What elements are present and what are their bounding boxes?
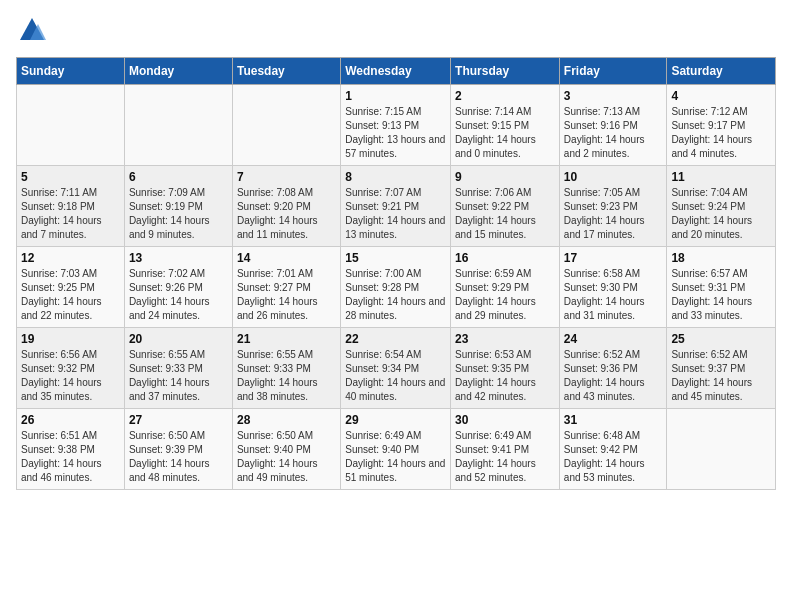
day-info: Sunrise: 7:12 AMSunset: 9:17 PMDaylight:… bbox=[671, 105, 771, 161]
day-number: 26 bbox=[21, 413, 120, 427]
day-number: 6 bbox=[129, 170, 228, 184]
logo-text bbox=[16, 16, 46, 49]
day-info: Sunrise: 7:14 AMSunset: 9:15 PMDaylight:… bbox=[455, 105, 555, 161]
day-number: 20 bbox=[129, 332, 228, 346]
day-info: Sunrise: 6:54 AMSunset: 9:34 PMDaylight:… bbox=[345, 348, 446, 404]
day-number: 17 bbox=[564, 251, 663, 265]
calendar-cell bbox=[17, 85, 125, 166]
calendar-cell: 7Sunrise: 7:08 AMSunset: 9:20 PMDaylight… bbox=[232, 166, 340, 247]
day-number: 24 bbox=[564, 332, 663, 346]
calendar-cell: 6Sunrise: 7:09 AMSunset: 9:19 PMDaylight… bbox=[124, 166, 232, 247]
calendar-cell: 12Sunrise: 7:03 AMSunset: 9:25 PMDayligh… bbox=[17, 247, 125, 328]
calendar-cell: 21Sunrise: 6:55 AMSunset: 9:33 PMDayligh… bbox=[232, 328, 340, 409]
day-number: 27 bbox=[129, 413, 228, 427]
weekday-header-monday: Monday bbox=[124, 58, 232, 85]
calendar-cell bbox=[667, 409, 776, 490]
day-info: Sunrise: 7:06 AMSunset: 9:22 PMDaylight:… bbox=[455, 186, 555, 242]
calendar-week-row: 1Sunrise: 7:15 AMSunset: 9:13 PMDaylight… bbox=[17, 85, 776, 166]
calendar-cell: 2Sunrise: 7:14 AMSunset: 9:15 PMDaylight… bbox=[451, 85, 560, 166]
day-info: Sunrise: 7:08 AMSunset: 9:20 PMDaylight:… bbox=[237, 186, 336, 242]
day-info: Sunrise: 7:02 AMSunset: 9:26 PMDaylight:… bbox=[129, 267, 228, 323]
calendar-cell: 30Sunrise: 6:49 AMSunset: 9:41 PMDayligh… bbox=[451, 409, 560, 490]
day-number: 11 bbox=[671, 170, 771, 184]
calendar-cell: 8Sunrise: 7:07 AMSunset: 9:21 PMDaylight… bbox=[341, 166, 451, 247]
calendar-cell: 27Sunrise: 6:50 AMSunset: 9:39 PMDayligh… bbox=[124, 409, 232, 490]
calendar-cell: 10Sunrise: 7:05 AMSunset: 9:23 PMDayligh… bbox=[559, 166, 667, 247]
day-number: 13 bbox=[129, 251, 228, 265]
day-number: 21 bbox=[237, 332, 336, 346]
calendar-cell: 20Sunrise: 6:55 AMSunset: 9:33 PMDayligh… bbox=[124, 328, 232, 409]
weekday-header-sunday: Sunday bbox=[17, 58, 125, 85]
day-number: 25 bbox=[671, 332, 771, 346]
calendar-cell bbox=[232, 85, 340, 166]
calendar-cell: 22Sunrise: 6:54 AMSunset: 9:34 PMDayligh… bbox=[341, 328, 451, 409]
day-info: Sunrise: 6:55 AMSunset: 9:33 PMDaylight:… bbox=[129, 348, 228, 404]
day-number: 29 bbox=[345, 413, 446, 427]
day-info: Sunrise: 6:50 AMSunset: 9:40 PMDaylight:… bbox=[237, 429, 336, 485]
day-info: Sunrise: 7:03 AMSunset: 9:25 PMDaylight:… bbox=[21, 267, 120, 323]
day-number: 10 bbox=[564, 170, 663, 184]
calendar-cell: 5Sunrise: 7:11 AMSunset: 9:18 PMDaylight… bbox=[17, 166, 125, 247]
day-info: Sunrise: 6:52 AMSunset: 9:37 PMDaylight:… bbox=[671, 348, 771, 404]
day-info: Sunrise: 7:01 AMSunset: 9:27 PMDaylight:… bbox=[237, 267, 336, 323]
day-info: Sunrise: 6:49 AMSunset: 9:40 PMDaylight:… bbox=[345, 429, 446, 485]
day-info: Sunrise: 7:04 AMSunset: 9:24 PMDaylight:… bbox=[671, 186, 771, 242]
calendar-cell: 25Sunrise: 6:52 AMSunset: 9:37 PMDayligh… bbox=[667, 328, 776, 409]
calendar-cell: 28Sunrise: 6:50 AMSunset: 9:40 PMDayligh… bbox=[232, 409, 340, 490]
calendar-cell: 3Sunrise: 7:13 AMSunset: 9:16 PMDaylight… bbox=[559, 85, 667, 166]
calendar-cell: 4Sunrise: 7:12 AMSunset: 9:17 PMDaylight… bbox=[667, 85, 776, 166]
calendar-week-row: 5Sunrise: 7:11 AMSunset: 9:18 PMDaylight… bbox=[17, 166, 776, 247]
day-number: 5 bbox=[21, 170, 120, 184]
logo bbox=[16, 16, 46, 49]
calendar-cell: 24Sunrise: 6:52 AMSunset: 9:36 PMDayligh… bbox=[559, 328, 667, 409]
day-info: Sunrise: 7:11 AMSunset: 9:18 PMDaylight:… bbox=[21, 186, 120, 242]
day-info: Sunrise: 6:56 AMSunset: 9:32 PMDaylight:… bbox=[21, 348, 120, 404]
weekday-header-saturday: Saturday bbox=[667, 58, 776, 85]
calendar-table: SundayMondayTuesdayWednesdayThursdayFrid… bbox=[16, 57, 776, 490]
day-info: Sunrise: 6:59 AMSunset: 9:29 PMDaylight:… bbox=[455, 267, 555, 323]
calendar-cell: 9Sunrise: 7:06 AMSunset: 9:22 PMDaylight… bbox=[451, 166, 560, 247]
day-info: Sunrise: 6:52 AMSunset: 9:36 PMDaylight:… bbox=[564, 348, 663, 404]
calendar-cell bbox=[124, 85, 232, 166]
calendar-cell: 23Sunrise: 6:53 AMSunset: 9:35 PMDayligh… bbox=[451, 328, 560, 409]
day-number: 7 bbox=[237, 170, 336, 184]
calendar-cell: 11Sunrise: 7:04 AMSunset: 9:24 PMDayligh… bbox=[667, 166, 776, 247]
day-info: Sunrise: 6:50 AMSunset: 9:39 PMDaylight:… bbox=[129, 429, 228, 485]
day-number: 31 bbox=[564, 413, 663, 427]
day-info: Sunrise: 7:00 AMSunset: 9:28 PMDaylight:… bbox=[345, 267, 446, 323]
weekday-header-thursday: Thursday bbox=[451, 58, 560, 85]
calendar-cell: 16Sunrise: 6:59 AMSunset: 9:29 PMDayligh… bbox=[451, 247, 560, 328]
calendar-cell: 29Sunrise: 6:49 AMSunset: 9:40 PMDayligh… bbox=[341, 409, 451, 490]
day-number: 18 bbox=[671, 251, 771, 265]
day-info: Sunrise: 6:58 AMSunset: 9:30 PMDaylight:… bbox=[564, 267, 663, 323]
day-info: Sunrise: 7:05 AMSunset: 9:23 PMDaylight:… bbox=[564, 186, 663, 242]
day-number: 12 bbox=[21, 251, 120, 265]
day-info: Sunrise: 7:07 AMSunset: 9:21 PMDaylight:… bbox=[345, 186, 446, 242]
day-number: 28 bbox=[237, 413, 336, 427]
day-info: Sunrise: 6:51 AMSunset: 9:38 PMDaylight:… bbox=[21, 429, 120, 485]
day-number: 9 bbox=[455, 170, 555, 184]
day-number: 30 bbox=[455, 413, 555, 427]
day-info: Sunrise: 6:49 AMSunset: 9:41 PMDaylight:… bbox=[455, 429, 555, 485]
day-info: Sunrise: 7:13 AMSunset: 9:16 PMDaylight:… bbox=[564, 105, 663, 161]
calendar-week-row: 12Sunrise: 7:03 AMSunset: 9:25 PMDayligh… bbox=[17, 247, 776, 328]
day-info: Sunrise: 6:48 AMSunset: 9:42 PMDaylight:… bbox=[564, 429, 663, 485]
day-number: 16 bbox=[455, 251, 555, 265]
day-number: 19 bbox=[21, 332, 120, 346]
weekday-header-friday: Friday bbox=[559, 58, 667, 85]
day-number: 8 bbox=[345, 170, 446, 184]
header bbox=[16, 16, 776, 49]
calendar-cell: 13Sunrise: 7:02 AMSunset: 9:26 PMDayligh… bbox=[124, 247, 232, 328]
day-number: 3 bbox=[564, 89, 663, 103]
weekday-header-wednesday: Wednesday bbox=[341, 58, 451, 85]
day-number: 2 bbox=[455, 89, 555, 103]
day-info: Sunrise: 7:09 AMSunset: 9:19 PMDaylight:… bbox=[129, 186, 228, 242]
calendar-cell: 26Sunrise: 6:51 AMSunset: 9:38 PMDayligh… bbox=[17, 409, 125, 490]
logo-icon bbox=[18, 16, 46, 44]
weekday-header-tuesday: Tuesday bbox=[232, 58, 340, 85]
day-number: 22 bbox=[345, 332, 446, 346]
day-info: Sunrise: 6:53 AMSunset: 9:35 PMDaylight:… bbox=[455, 348, 555, 404]
day-number: 14 bbox=[237, 251, 336, 265]
calendar-week-row: 26Sunrise: 6:51 AMSunset: 9:38 PMDayligh… bbox=[17, 409, 776, 490]
day-number: 1 bbox=[345, 89, 446, 103]
